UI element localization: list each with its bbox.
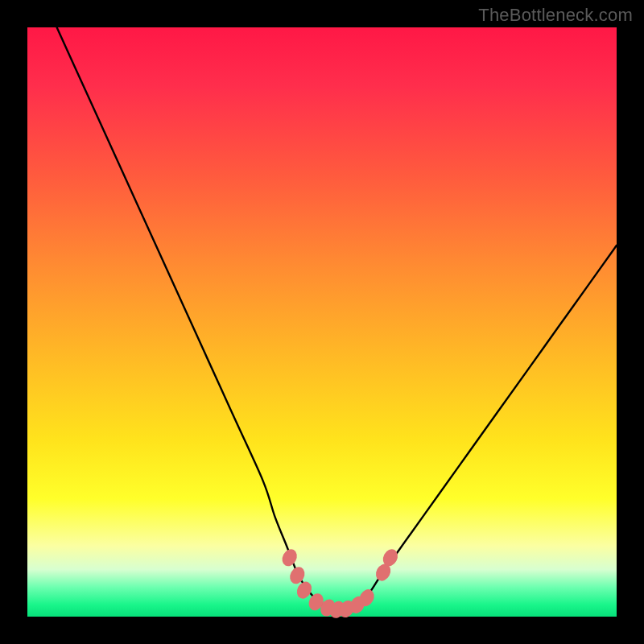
curve-markers <box>279 547 401 621</box>
watermark-text: TheBottleneck.com <box>478 5 633 26</box>
bottleneck-curve <box>57 27 617 612</box>
curve-marker <box>279 547 299 568</box>
bottleneck-curve-svg <box>27 27 617 617</box>
chart-frame: TheBottleneck.com <box>0 0 644 644</box>
gradient-plot-area <box>27 27 617 617</box>
